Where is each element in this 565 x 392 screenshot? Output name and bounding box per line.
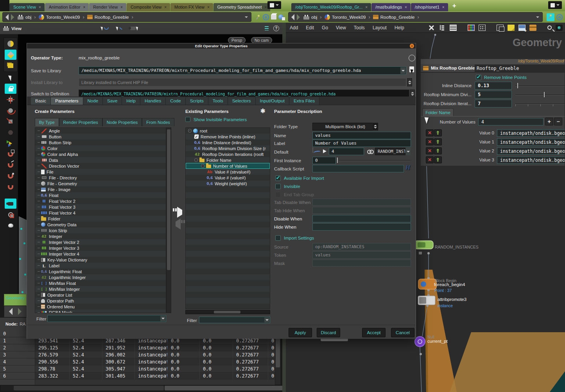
hide-when-field[interactable] bbox=[312, 223, 411, 231]
dialog-tab-parameters[interactable]: Parameters bbox=[51, 97, 83, 105]
asset-box-icon[interactable] bbox=[529, 25, 536, 31]
param-type-item[interactable]: File bbox=[35, 169, 166, 175]
node-name[interactable]: attribpromote3 bbox=[438, 297, 466, 302]
dialog-tab-selectors[interactable]: Selectors bbox=[228, 97, 256, 105]
menu-go[interactable]: Go bbox=[318, 23, 332, 32]
close-icon[interactable]: × bbox=[39, 5, 41, 9]
cancel-button[interactable]: Cancel bbox=[391, 328, 414, 337]
new-tab-button[interactable]: + bbox=[448, 2, 460, 11]
display-options-list-icon[interactable] bbox=[264, 26, 269, 31]
camera-icon[interactable] bbox=[5, 199, 16, 209]
search-icon[interactable] bbox=[547, 25, 552, 30]
menu-add[interactable]: Add bbox=[286, 23, 302, 32]
param-type-item[interactable]: RGBA Mask bbox=[35, 310, 166, 313]
param-type-item[interactable]: Float Vector 4 bbox=[35, 210, 166, 216]
param-type-item[interactable]: Integer bbox=[35, 233, 166, 239]
subtab-by-type[interactable]: By Type bbox=[35, 118, 59, 126]
breadcrumb-item[interactable]: obj bbox=[301, 15, 319, 20]
forward-button[interactable] bbox=[297, 14, 300, 20]
secure-selection-icon[interactable] bbox=[5, 84, 16, 94]
chevron-down-icon[interactable] bbox=[264, 317, 269, 322]
table-row[interactable]: 2295.12552.4291.952instancepat0.00.00.27… bbox=[0, 344, 275, 351]
discard-button[interactable]: Discard bbox=[317, 328, 340, 337]
channel-icon[interactable] bbox=[312, 147, 313, 153]
first-instance-slider[interactable] bbox=[337, 157, 338, 163]
tree-item[interactable]: ✓Remove Inline Points (inline) bbox=[186, 134, 270, 140]
param-type-item[interactable]: File - Geometry bbox=[35, 181, 166, 186]
dialog-tab-save[interactable]: Save bbox=[103, 97, 122, 105]
param-type-item[interactable]: Geometry Data bbox=[35, 222, 166, 227]
persp-selector[interactable]: Persp bbox=[228, 37, 246, 43]
viewport-help-icon[interactable]: ? bbox=[273, 25, 279, 31]
tree-item[interactable]: Value # (value#) bbox=[186, 175, 270, 181]
snap-multi-icon[interactable] bbox=[5, 182, 16, 192]
insert-instance-button[interactable]: ⇧ bbox=[434, 138, 442, 145]
table-row[interactable]: 3276.57952.4296.002instancepat0.00.00.27… bbox=[0, 351, 275, 358]
table-row[interactable]: 4290.55652.4300.672instancepat0.00.00.27… bbox=[0, 358, 275, 365]
insert-instance-button[interactable]: ⇧ bbox=[434, 156, 442, 163]
window-tab[interactable]: Scene View× bbox=[9, 3, 45, 11]
close-icon[interactable]: × bbox=[405, 5, 407, 9]
pane-layout-button[interactable] bbox=[267, 1, 281, 9]
file-chooser-icon[interactable] bbox=[409, 66, 414, 72]
menu-view[interactable]: View bbox=[332, 23, 350, 32]
snap-point-icon[interactable] bbox=[5, 171, 16, 181]
menu-edit[interactable]: Edit bbox=[302, 23, 318, 32]
window-tab[interactable]: /mat/buildings× bbox=[371, 3, 411, 11]
param-type-item[interactable]: Logarithmic Integer bbox=[35, 274, 166, 280]
breadcrumb-item[interactable]: Rooftop_Greeble bbox=[371, 15, 417, 20]
multiparm-add-button[interactable]: + bbox=[545, 118, 553, 125]
tree-item[interactable]: −root bbox=[186, 128, 270, 134]
close-icon[interactable]: × bbox=[83, 5, 85, 9]
view-shaded-icon[interactable] bbox=[5, 39, 16, 49]
parm-value-field[interactable]: 5 bbox=[475, 91, 512, 98]
apply-button[interactable]: Apply bbox=[289, 328, 312, 337]
view-quad-icon[interactable] bbox=[5, 50, 16, 60]
folder-type-dropdown[interactable]: Multiparm Block (list) bbox=[312, 123, 378, 131]
projection-icon[interactable] bbox=[5, 209, 16, 220]
back-button[interactable] bbox=[291, 14, 294, 20]
install-spinner[interactable] bbox=[407, 78, 412, 86]
visibility-icon[interactable] bbox=[556, 25, 563, 31]
tree-view-icon[interactable] bbox=[439, 25, 446, 31]
filter-input[interactable] bbox=[199, 317, 270, 323]
param-type-item[interactable]: Integer Vector 3 bbox=[35, 245, 166, 251]
remove-instance-button[interactable]: ✕ bbox=[426, 156, 434, 163]
hda-icon[interactable] bbox=[423, 66, 429, 70]
dialog-tab-node[interactable]: Node bbox=[83, 97, 103, 105]
remove-instance-button[interactable]: ✕ bbox=[426, 138, 434, 145]
param-type-item[interactable]: Icon Strip bbox=[35, 227, 166, 233]
menu-tools[interactable]: Tools bbox=[350, 23, 369, 32]
path-dropdown-icon[interactable] bbox=[245, 16, 248, 20]
chevron-down-icon[interactable] bbox=[405, 148, 411, 155]
insert-instance-button[interactable]: ⇧ bbox=[434, 147, 442, 154]
import-settings-checkbox[interactable] bbox=[275, 235, 281, 241]
param-type-item[interactable]: Float bbox=[35, 192, 166, 198]
path-dropdown-icon[interactable] bbox=[536, 16, 539, 20]
dialog-tab-basic[interactable]: Basic bbox=[31, 97, 51, 105]
table-row[interactable]: 5298.7852.4305.947instancepat0.00.00.272… bbox=[0, 365, 275, 372]
available-for-import-checkbox[interactable] bbox=[275, 175, 281, 181]
param-type-item[interactable]: Integer Vector 4 bbox=[35, 251, 166, 257]
collapse-icon[interactable]: − bbox=[194, 158, 198, 162]
chevron-down-icon[interactable] bbox=[160, 316, 165, 321]
remove-instance-button[interactable]: ✕ bbox=[426, 129, 434, 136]
pin-icon[interactable] bbox=[255, 14, 261, 20]
invisible-checkbox[interactable] bbox=[275, 184, 281, 189]
folder-tab[interactable]: Folder Name bbox=[422, 108, 454, 116]
close-icon[interactable]: × bbox=[164, 5, 167, 9]
radial-menu-icon[interactable] bbox=[556, 14, 563, 20]
table-row[interactable]: 6283.32252.4301.405instancepat0.00.00.27… bbox=[0, 372, 275, 379]
dialog-tab-input-output[interactable]: Input/Output bbox=[256, 97, 289, 105]
menu-help[interactable]: Help bbox=[391, 23, 408, 32]
parm-value-field[interactable]: 0.13 bbox=[475, 82, 512, 89]
spreadsheet-hscrollbar[interactable] bbox=[0, 385, 281, 391]
select-arrow-icon[interactable] bbox=[5, 73, 16, 83]
grid-options-icon[interactable] bbox=[479, 25, 486, 31]
window-tab[interactable]: Render View× bbox=[89, 3, 126, 11]
parm-slider-track[interactable] bbox=[515, 95, 565, 95]
param-type-item[interactable]: Logarithmic Float bbox=[35, 268, 166, 274]
param-type-item[interactable]: Min/Max Float bbox=[35, 280, 166, 286]
param-type-item[interactable]: Integer Vector 2 bbox=[35, 239, 166, 245]
multiparm-count-field[interactable]: 4 bbox=[478, 118, 543, 125]
